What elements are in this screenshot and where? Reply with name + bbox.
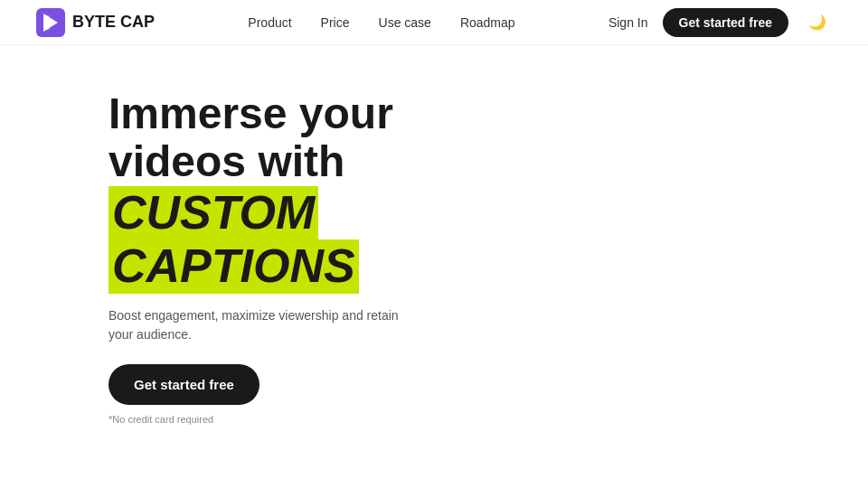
nav-price[interactable]: Price	[321, 15, 350, 30]
get-started-header-button[interactable]: Get started free	[663, 8, 788, 37]
nav-roadmap[interactable]: Roadmap	[460, 15, 515, 30]
logo-icon	[36, 8, 65, 37]
hero-section: Immerse your videos with CUSTOM CAPTIONS…	[0, 45, 452, 461]
main-nav: Product Price Use case Roadmap	[248, 15, 514, 30]
no-credit-text: *No credit card required	[108, 414, 416, 425]
dark-mode-toggle[interactable]: 🌙	[803, 8, 832, 37]
hero-line1: Immerse your	[108, 89, 393, 137]
svg-rect-2	[45, 15, 50, 30]
hero-highlight-line1: CUSTOM	[108, 186, 318, 240]
hero-heading: Immerse your videos with CUSTOM CAPTIONS	[108, 90, 416, 294]
hero-subtitle: Boost engagement, maximize viewership an…	[108, 306, 416, 344]
logo-text: BYTE CAP	[72, 13, 155, 32]
header-actions: Sign In Get started free 🌙	[609, 8, 832, 37]
hero-line2: videos with	[108, 137, 344, 185]
sign-in-button[interactable]: Sign In	[609, 15, 648, 30]
hero-cta-button[interactable]: Get started free	[108, 364, 259, 405]
moon-icon: 🌙	[808, 14, 826, 31]
features-section: ✨ AI Captions Auto create 99% accurate c…	[0, 470, 868, 488]
hero-highlight-line2: CAPTIONS	[108, 239, 359, 294]
nav-use-case[interactable]: Use case	[379, 15, 431, 30]
nav-product[interactable]: Product	[248, 15, 291, 30]
logo[interactable]: BYTE CAP	[36, 8, 155, 37]
